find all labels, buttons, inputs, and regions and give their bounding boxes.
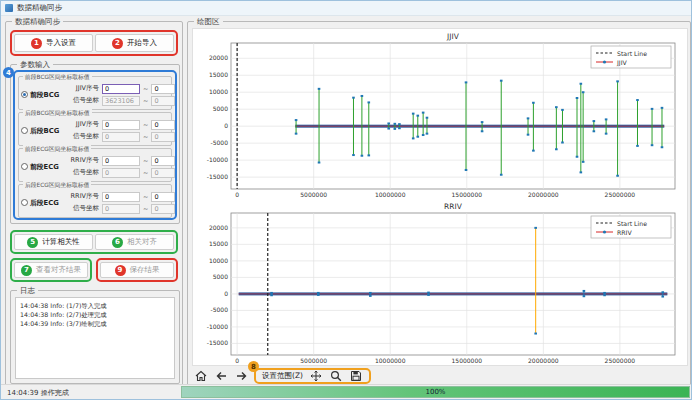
start-import-label: 开始导入	[127, 38, 157, 48]
jjiv-index-start-input[interactable]	[102, 84, 140, 94]
svg-text:10000000: 10000000	[375, 191, 406, 198]
progress-bar: 100%	[181, 386, 690, 398]
radio-icon	[21, 91, 28, 98]
status-message: 14:04:39 操作完成	[7, 388, 69, 398]
row-label: 信号坐标	[65, 96, 99, 105]
status-bar: 14:04:39 操作完成 100%	[1, 384, 691, 399]
signal-coord-start-input[interactable]	[102, 168, 140, 178]
svg-text:-15000: -15000	[207, 339, 228, 346]
badge-2: 2	[112, 38, 123, 49]
plot-toolbar: 8 设置范围(Z)	[194, 368, 371, 384]
log-line: 14:04:38 Info: (1/7)导入完成	[20, 301, 170, 310]
jjiv-index-start-input[interactable]	[102, 120, 140, 130]
svg-text:15000000: 15000000	[452, 191, 483, 198]
signal-coord-end-input[interactable]	[151, 132, 175, 142]
chart-canvas[interactable]: 0500000010000000150000002000000025000000…	[192, 28, 688, 366]
log-group-label: 日志	[17, 286, 38, 295]
forward-arrow-icon[interactable]	[234, 369, 248, 383]
svg-text:JJIV: JJIV	[446, 32, 460, 41]
row-label: RRIV序号	[65, 192, 99, 201]
tilde: ~	[143, 157, 148, 165]
app-icon	[5, 4, 13, 12]
import-buttons-box: 1 导入设置 2 开始导入	[10, 30, 178, 56]
svg-text:-10000: -10000	[207, 323, 228, 330]
svg-text:10000: 10000	[209, 257, 228, 264]
save-result-box: 9 保存结果	[96, 258, 178, 282]
section-title: 前段BCG区间坐标取标值	[23, 73, 92, 81]
radio-label: 后段ECG	[30, 198, 59, 208]
rear-bcg-radio[interactable]: 后段BCG	[21, 126, 65, 136]
left-panel-group: 数据精确同步 1 导入设置 2 开始导入 参数输入 4 前段BCG区间坐标取标值	[5, 21, 183, 387]
window-title: 数据精确同步	[17, 3, 62, 13]
view-align-result-button[interactable]: 7 查看对齐结果	[14, 262, 88, 278]
rear-ecg-radio[interactable]: 后段ECG	[21, 198, 65, 208]
import-settings-label: 导入设置	[46, 38, 76, 48]
pan-icon[interactable]	[309, 369, 323, 383]
chart-JJIV: 0500000010000000150000002000000025000000…	[207, 32, 675, 198]
svg-text:0: 0	[224, 122, 228, 129]
svg-text:20000000: 20000000	[528, 191, 559, 198]
save-icon[interactable]	[349, 369, 363, 383]
badge-1: 1	[31, 38, 42, 49]
svg-text:20000: 20000	[209, 224, 228, 231]
svg-text:0: 0	[235, 191, 239, 198]
home-icon[interactable]	[194, 369, 208, 383]
section-title: 后段ECG区间坐标取标值	[23, 181, 91, 189]
front-bcg-radio[interactable]: 前段BCG	[21, 90, 65, 100]
rriv-index-end-input[interactable]	[151, 156, 175, 166]
row-label: 信号坐标	[65, 168, 99, 177]
back-arrow-icon[interactable]	[214, 369, 228, 383]
signal-coord-end-input[interactable]	[151, 204, 175, 214]
range-tool-group: 8 设置范围(Z)	[254, 368, 371, 384]
radio-icon	[21, 127, 28, 134]
front-ecg-radio[interactable]: 前段ECG	[21, 162, 65, 172]
signal-coord-start-input[interactable]	[102, 204, 140, 214]
param-sections-box: 前段BCG区间坐标取标值 前段BCG JJIV序号 ~	[13, 70, 177, 220]
log-line: 14:04:39 Info: (3/7)绘制完成	[20, 319, 170, 328]
badge-5: 5	[27, 237, 38, 248]
plot-area-group: 绘图区 050000001000000015000000200000002500…	[187, 21, 691, 387]
correlation-buttons-box: 5 计算相关性 6 相关对齐	[10, 230, 178, 254]
rriv-index-start-input[interactable]	[102, 192, 140, 202]
radio-label: 后段BCG	[30, 126, 59, 136]
row-label: 信号坐标	[65, 204, 99, 213]
param-section-rear-bcg: 后段BCG区间坐标取标值 后段BCG JJIV序号 ~	[18, 112, 172, 146]
svg-text:0: 0	[235, 357, 239, 364]
svg-text:-5000: -5000	[211, 139, 229, 146]
signal-coord-end-input[interactable]	[151, 168, 175, 178]
charts-svg: 0500000010000000150000002000000025000000…	[193, 29, 687, 365]
tilde: ~	[143, 205, 148, 213]
jjiv-index-end-input[interactable]	[151, 120, 175, 130]
signal-coord-end-input[interactable]	[151, 96, 175, 106]
start-import-button[interactable]: 2 开始导入	[95, 34, 174, 52]
calc-correlation-button[interactable]: 5 计算相关性	[14, 234, 93, 250]
svg-text:RRIV: RRIV	[444, 202, 463, 211]
set-range-button[interactable]: 设置范围(Z)	[262, 371, 303, 381]
svg-text:10000000: 10000000	[375, 357, 406, 364]
svg-text:Start Line: Start Line	[617, 50, 647, 57]
svg-text:15000: 15000	[209, 71, 228, 78]
radio-icon	[21, 199, 28, 206]
jjiv-index-end-input[interactable]	[151, 84, 175, 94]
rriv-index-end-input[interactable]	[151, 192, 175, 202]
badge-4: 4	[3, 67, 14, 78]
progress-label: 100%	[425, 388, 445, 396]
view-align-result-label: 查看对齐结果	[36, 265, 81, 275]
signal-coord-start-input[interactable]	[102, 96, 140, 106]
radio-label: 前段ECG	[30, 162, 59, 172]
badge-7: 7	[21, 265, 32, 276]
param-section-rear-ecg: 后段ECG区间坐标取标值 后段ECG RRIV序号 ~	[18, 184, 172, 218]
badge-9: 9	[115, 265, 126, 276]
svg-text:-10000: -10000	[207, 156, 228, 163]
rriv-index-start-input[interactable]	[102, 156, 140, 166]
plot-area-label: 绘图区	[194, 17, 223, 26]
left-group-label: 数据精确同步	[12, 17, 63, 26]
log-textarea[interactable]: 14:04:38 Info: (1/7)导入完成 14:04:38 Info: …	[15, 297, 175, 379]
import-settings-button[interactable]: 1 导入设置	[14, 34, 93, 52]
save-result-label: 保存结果	[130, 265, 160, 275]
zoom-icon[interactable]	[329, 369, 343, 383]
save-result-button[interactable]: 9 保存结果	[100, 262, 174, 278]
row-label: 信号坐标	[65, 132, 99, 141]
signal-coord-start-input[interactable]	[102, 132, 140, 142]
correlation-align-button[interactable]: 6 相关对齐	[95, 234, 174, 250]
